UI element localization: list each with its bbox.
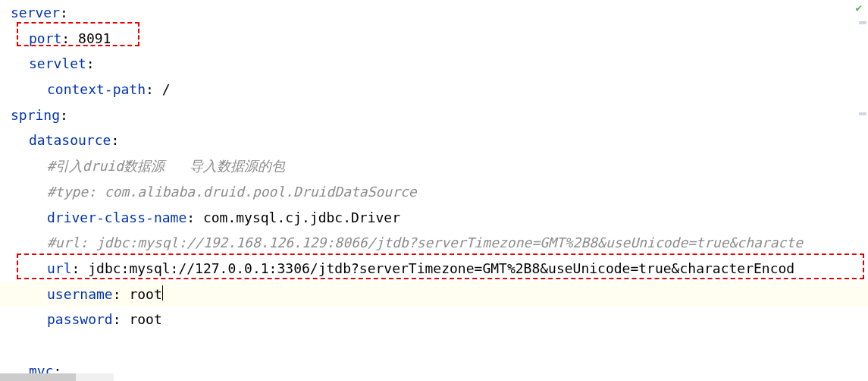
text-cursor	[162, 285, 163, 301]
yaml-key: username	[47, 286, 113, 302]
yaml-comment: #type: com.alibaba.druid.pool.DruidDataS…	[47, 184, 417, 200]
yaml-key: datasource	[29, 132, 111, 148]
colon: :	[86, 55, 95, 71]
yaml-value: 8091	[78, 30, 111, 46]
colon: :	[146, 81, 162, 97]
code-line[interactable]	[0, 332, 868, 358]
yaml-comment: #引入druid数据源 导入数据源的包	[47, 158, 285, 174]
yaml-value: jdbc:mysql://127.0.0.1:3306/jtdb?serverT…	[88, 260, 794, 276]
yaml-key: servlet	[29, 55, 86, 71]
code-line-current[interactable]: username: root	[0, 282, 868, 307]
yaml-value: root	[129, 311, 161, 327]
scrollbar-marker	[859, 21, 866, 24]
yaml-comment: #url: jdbc:mysql://192.168.126.129:8066/…	[47, 235, 803, 250]
vertical-scrollbar[interactable]	[857, 14, 868, 363]
colon: :	[111, 132, 119, 148]
colon: :	[72, 260, 89, 276]
yaml-key: spring	[11, 107, 60, 123]
horizontal-scrollbar[interactable]	[0, 373, 114, 381]
colon: :	[60, 5, 68, 20]
colon: :	[60, 107, 68, 123]
code-line[interactable]: url: jdbc:mysql://127.0.0.1:3306/jtdb?se…	[0, 256, 868, 282]
scrollbar-marker	[859, 112, 866, 115]
code-line[interactable]: driver-class-name: com.mysql.cj.jdbc.Dri…	[0, 205, 868, 231]
code-line[interactable]: mvc:	[0, 358, 868, 381]
yaml-key: password	[47, 311, 113, 327]
yaml-value: /	[162, 81, 171, 97]
code-line[interactable]: #引入druid数据源 导入数据源的包	[0, 153, 868, 179]
yaml-value: root	[129, 286, 161, 302]
code-line[interactable]: #url: jdbc:mysql://192.168.126.129:8066/…	[0, 230, 868, 256]
colon: :	[113, 311, 130, 327]
colon: :	[113, 286, 130, 302]
code-line[interactable]: context-path: /	[0, 77, 868, 102]
yaml-key: port	[29, 30, 61, 46]
scrollbar-thumb[interactable]	[0, 373, 76, 381]
yaml-key: server	[11, 5, 60, 20]
code-line[interactable]: datasource:	[0, 128, 868, 153]
colon: :	[186, 209, 203, 225]
code-line[interactable]: password: root	[0, 307, 868, 332]
colon: :	[61, 30, 78, 46]
yaml-key: context-path	[47, 81, 146, 97]
code-line[interactable]: #type: com.alibaba.druid.pool.DruidDataS…	[0, 179, 868, 205]
code-line[interactable]: server:	[0, 0, 868, 26]
code-line[interactable]: spring:	[0, 102, 868, 128]
code-line[interactable]: port: 8091	[0, 26, 868, 52]
yaml-value: com.mysql.cj.jdbc.Driver	[203, 209, 400, 225]
code-line[interactable]: servlet:	[0, 51, 868, 77]
code-editor[interactable]: server: port: 8091 servlet: context-path…	[0, 0, 868, 381]
yaml-key: driver-class-name	[47, 209, 186, 225]
yaml-key: url	[47, 260, 72, 276]
